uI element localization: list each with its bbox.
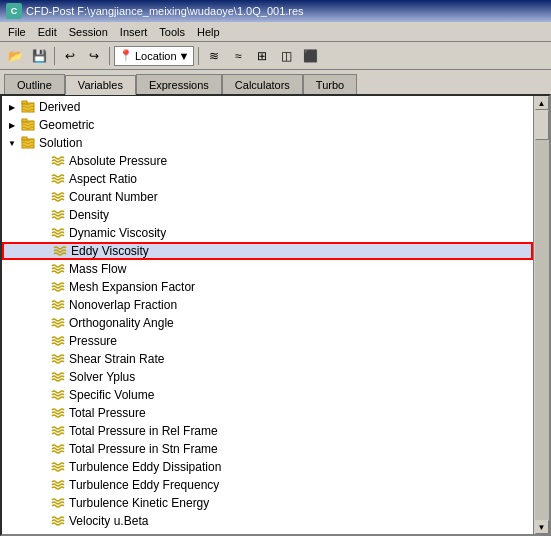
- tree-arrow-geometric[interactable]: ▶: [6, 119, 18, 131]
- scrollbar[interactable]: ▲ ▼: [533, 96, 549, 534]
- tree-label-orthogonality-angle: Orthogonality Angle: [69, 316, 174, 330]
- location-dropdown-icon: ▼: [179, 50, 190, 62]
- var-icon-density: [50, 207, 66, 223]
- toolbar-sep-1: [54, 47, 55, 65]
- tree-item-total-pressure-stn-frame[interactable]: Total Pressure in Stn Frame: [2, 440, 533, 458]
- tree-label-density: Density: [69, 208, 109, 222]
- tree-item-pressure[interactable]: Pressure: [2, 332, 533, 350]
- tree-label-eddy-viscosity: Eddy Viscosity: [71, 244, 149, 258]
- tab-calculators[interactable]: Calculators: [222, 74, 303, 94]
- var-icon-mesh-expansion-factor: [50, 279, 66, 295]
- toolbar-btn-view3[interactable]: ⊞: [251, 45, 273, 67]
- tree-item-derived[interactable]: ▶ Derived: [2, 98, 533, 116]
- tree-item-density[interactable]: Density: [2, 206, 533, 224]
- tree-item-aspect-ratio[interactable]: Aspect Ratio: [2, 170, 533, 188]
- app-icon: C: [6, 3, 22, 19]
- toolbar-btn-1[interactable]: 📂: [4, 45, 26, 67]
- tree-label-total-pressure-rel-frame: Total Pressure in Rel Frame: [69, 424, 218, 438]
- menu-item-session[interactable]: Session: [63, 24, 114, 40]
- var-icon-nonoverlap-fraction: [50, 297, 66, 313]
- tree-item-turbulence-eddy-dissipation[interactable]: Turbulence Eddy Dissipation: [2, 458, 533, 476]
- group-icon-geometric: [20, 117, 36, 133]
- toolbar-sep-2: [109, 47, 110, 65]
- tab-outline[interactable]: Outline: [4, 74, 65, 94]
- location-icon: 📍: [119, 49, 133, 62]
- title-text: CFD-Post F:\yangjiance_meixing\wudaoye\1…: [26, 5, 304, 17]
- tree-item-eddy-viscosity[interactable]: Eddy Viscosity: [2, 242, 533, 260]
- var-icon-turbulence-kinetic-energy: [50, 495, 66, 511]
- scroll-up-btn[interactable]: ▲: [535, 96, 549, 110]
- var-icon-total-pressure: [50, 405, 66, 421]
- tree-label-total-pressure: Total Pressure: [69, 406, 146, 420]
- tree-label-shear-strain-rate: Shear Strain Rate: [69, 352, 164, 366]
- toolbar-btn-view4[interactable]: ◫: [275, 45, 297, 67]
- location-button[interactable]: 📍 Location ▼: [114, 46, 194, 66]
- tree-item-courant-number[interactable]: Courant Number: [2, 188, 533, 206]
- tree-item-velocity-u-beta[interactable]: Velocity u.Beta: [2, 512, 533, 530]
- menu-item-tools[interactable]: Tools: [153, 24, 191, 40]
- tab-expressions[interactable]: Expressions: [136, 74, 222, 94]
- tab-panel: Outline Variables Expressions Calculator…: [0, 70, 551, 94]
- var-icon-shear-strain-rate: [50, 351, 66, 367]
- tree-label-pressure: Pressure: [69, 334, 117, 348]
- tree-item-turbulence-kinetic-energy[interactable]: Turbulence Kinetic Energy: [2, 494, 533, 512]
- tab-turbo[interactable]: Turbo: [303, 74, 357, 94]
- tree-label-absolute-pressure: Absolute Pressure: [69, 154, 167, 168]
- tree-item-turbulence-eddy-frequency[interactable]: Turbulence Eddy Frequency: [2, 476, 533, 494]
- menu-item-edit[interactable]: Edit: [32, 24, 63, 40]
- tree-item-dynamic-viscosity[interactable]: Dynamic Viscosity: [2, 224, 533, 242]
- tree-item-solution[interactable]: ▼ Solution: [2, 134, 533, 152]
- tree-label-aspect-ratio: Aspect Ratio: [69, 172, 137, 186]
- scroll-track: [535, 110, 549, 520]
- menu-item-insert[interactable]: Insert: [114, 24, 154, 40]
- tree-label-solver-yplus: Solver Yplus: [69, 370, 135, 384]
- tree-label-turbulence-eddy-frequency: Turbulence Eddy Frequency: [69, 478, 219, 492]
- tree-arrow-solution[interactable]: ▼: [6, 137, 18, 149]
- tree-item-shear-strain-rate[interactable]: Shear Strain Rate: [2, 350, 533, 368]
- tree-label-mass-flow: Mass Flow: [69, 262, 126, 276]
- tree-label-specific-volume: Specific Volume: [69, 388, 154, 402]
- main-content: ▶ Derived ▶ Geometric ▼ Solution Absolut…: [0, 94, 551, 536]
- var-icon-turbulence-eddy-dissipation: [50, 459, 66, 475]
- toolbar-btn-2[interactable]: 💾: [28, 45, 50, 67]
- tree-item-total-pressure-rel-frame[interactable]: Total Pressure in Rel Frame: [2, 422, 533, 440]
- menu-item-file[interactable]: File: [2, 24, 32, 40]
- tree-label-mesh-expansion-factor: Mesh Expansion Factor: [69, 280, 195, 294]
- toolbar-btn-undo[interactable]: ↩: [59, 45, 81, 67]
- tree-panel[interactable]: ▶ Derived ▶ Geometric ▼ Solution Absolut…: [2, 96, 533, 534]
- tree-label-geometric: Geometric: [39, 118, 94, 132]
- var-icon-mass-flow: [50, 261, 66, 277]
- var-icon-solver-yplus: [50, 369, 66, 385]
- toolbar-btn-view2[interactable]: ≈: [227, 45, 249, 67]
- tree-label-solution: Solution: [39, 136, 82, 150]
- toolbar-btn-view1[interactable]: ≋: [203, 45, 225, 67]
- tree-label-nonoverlap-fraction: Nonoverlap Fraction: [69, 298, 177, 312]
- tree-item-mesh-expansion-factor[interactable]: Mesh Expansion Factor: [2, 278, 533, 296]
- var-icon-velocity-beta: [50, 531, 66, 534]
- tree-item-specific-volume[interactable]: Specific Volume: [2, 386, 533, 404]
- tree-item-solver-yplus[interactable]: Solver Yplus: [2, 368, 533, 386]
- tree-item-orthogonality-angle[interactable]: Orthogonality Angle: [2, 314, 533, 332]
- scroll-thumb[interactable]: [535, 110, 549, 140]
- tree-item-geometric[interactable]: ▶ Geometric: [2, 116, 533, 134]
- tree-arrow-derived[interactable]: ▶: [6, 101, 18, 113]
- var-icon-specific-volume: [50, 387, 66, 403]
- var-icon-turbulence-eddy-frequency: [50, 477, 66, 493]
- scroll-down-btn[interactable]: ▼: [535, 520, 549, 534]
- tree-label-courant-number: Courant Number: [69, 190, 158, 204]
- toolbar-btn-redo[interactable]: ↪: [83, 45, 105, 67]
- toolbar: 📂 💾 ↩ ↪ 📍 Location ▼ ≋ ≈ ⊞ ◫ ⬛: [0, 42, 551, 70]
- var-icon-total-pressure-stn-frame: [50, 441, 66, 457]
- tree-item-nonoverlap-fraction[interactable]: Nonoverlap Fraction: [2, 296, 533, 314]
- menu-bar: FileEditSessionInsertToolsHelp: [0, 22, 551, 42]
- tree-item-mass-flow[interactable]: Mass Flow: [2, 260, 533, 278]
- toolbar-btn-view5[interactable]: ⬛: [299, 45, 321, 67]
- tree-label-derived: Derived: [39, 100, 80, 114]
- menu-item-help[interactable]: Help: [191, 24, 226, 40]
- var-icon-pressure: [50, 333, 66, 349]
- tree-item-total-pressure[interactable]: Total Pressure: [2, 404, 533, 422]
- var-icon-total-pressure-rel-frame: [50, 423, 66, 439]
- tab-variables[interactable]: Variables: [65, 75, 136, 95]
- tree-item-velocity-beta[interactable]: Velocity.Beta: [2, 530, 533, 534]
- tree-item-absolute-pressure[interactable]: Absolute Pressure: [2, 152, 533, 170]
